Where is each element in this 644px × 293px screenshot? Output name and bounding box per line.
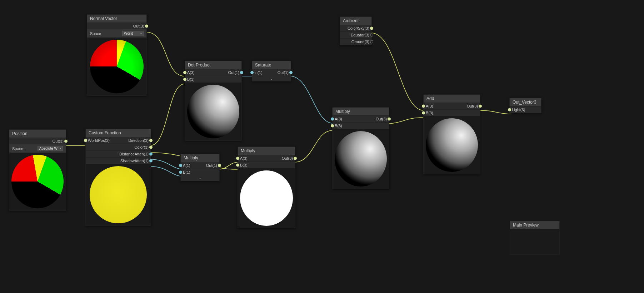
port-label: Direction(3) (128, 138, 149, 143)
port-label: B(3) (187, 77, 195, 81)
chevron-down-icon[interactable]: ⌄ (252, 76, 291, 81)
port-label: Out(3) (376, 117, 387, 121)
input-port[interactable] (331, 124, 334, 128)
output-port[interactable] (149, 146, 153, 149)
port-label: Out(1) (228, 70, 239, 75)
node-title: Multiply (181, 154, 219, 162)
node-add[interactable]: Add A(3) Out(3) B(3) (423, 94, 480, 174)
input-port[interactable] (331, 118, 334, 121)
node-multiply-1[interactable]: Multiply A(1) Out(1) B(1) ⌄ (180, 154, 220, 181)
port-label: Out(3) (467, 104, 478, 108)
port-label: B(1) (183, 170, 190, 174)
output-port[interactable] (240, 71, 243, 74)
node-title: Multiply (333, 108, 389, 116)
input-port[interactable] (84, 139, 87, 142)
node-custom-function[interactable]: Custom Function WorldPos(3) Direction(3)… (85, 129, 151, 226)
port-label: A(3) (240, 156, 248, 160)
input-port[interactable] (183, 71, 186, 74)
port-label: A(1) (183, 163, 190, 168)
port-label: B(3) (335, 124, 342, 128)
output-port[interactable] (289, 71, 293, 74)
node-title: Position (9, 130, 66, 138)
node-title: Dot Product (185, 61, 241, 69)
node-title: Normal Vector (87, 15, 146, 23)
node-ambient[interactable]: Ambient Color/Sky(3) Equator(3) Ground(3… (340, 16, 372, 45)
port-label: In(1) (254, 70, 263, 75)
node-preview (9, 153, 66, 210)
node-title: Custom Function (86, 129, 151, 137)
node-multiply-3[interactable]: Multiply A(3) Out(3) B(3) (332, 107, 389, 189)
port-label: Out(1) (206, 163, 217, 168)
port-label-out: Out(3) (133, 24, 144, 28)
output-port[interactable] (370, 34, 373, 37)
node-title: Ambient (340, 17, 371, 25)
main-preview-title: Main Preview (510, 221, 559, 229)
node-dot-product[interactable]: Dot Product A(3) Out(1) B(3) (185, 61, 242, 141)
port-label: DistanceAtten(1) (119, 152, 149, 156)
main-preview-panel[interactable]: Main Preview (510, 221, 560, 255)
space-dropdown[interactable]: Absolute W (38, 146, 63, 151)
input-port[interactable] (183, 78, 186, 81)
input-port[interactable] (508, 108, 511, 111)
node-preview (238, 168, 295, 228)
output-port[interactable] (149, 153, 153, 156)
port-label: A(3) (426, 104, 433, 108)
port-label: A(3) (335, 117, 342, 121)
output-port[interactable] (149, 139, 153, 142)
output-port[interactable] (294, 157, 297, 160)
node-out-vector3[interactable]: Out_Vector3 Light(3) (509, 98, 541, 113)
space-label: Space (12, 146, 23, 151)
node-position[interactable]: Position Out(3) Space Absolute W (9, 129, 66, 211)
node-title: Out_Vector3 (510, 98, 541, 106)
port-label: ShadowAtten(1) (120, 159, 149, 163)
space-dropdown[interactable]: World (122, 31, 144, 36)
node-preview (333, 129, 389, 189)
output-port[interactable] (218, 164, 221, 167)
chevron-down-icon[interactable]: ⌄ (181, 175, 219, 181)
output-port[interactable] (149, 159, 153, 163)
output-port[interactable] (370, 27, 373, 30)
input-port[interactable] (250, 71, 254, 74)
input-port[interactable] (179, 171, 182, 174)
node-title: Saturate (252, 61, 291, 69)
input-port[interactable] (236, 164, 239, 167)
port-label-out: Out(3) (53, 139, 64, 143)
input-port[interactable] (422, 111, 425, 115)
output-port[interactable] (479, 105, 482, 108)
node-preview (424, 116, 480, 174)
output-port[interactable] (388, 118, 391, 121)
node-title: Add (424, 95, 480, 103)
port-label: Light(3) (512, 108, 525, 112)
input-port[interactable] (236, 157, 239, 160)
output-port[interactable] (64, 140, 68, 143)
node-normal-vector[interactable]: Normal Vector Out(3) Space World (87, 14, 147, 96)
output-port[interactable] (145, 25, 148, 28)
node-saturate[interactable]: Saturate In(1) Out(1) ⌄ (252, 61, 291, 81)
node-preview (87, 38, 146, 95)
port-label: Color(3) (134, 145, 149, 149)
node-multiply-2[interactable]: Multiply A(3) Out(3) B(3) (238, 146, 295, 228)
space-label: Space (90, 31, 101, 36)
output-port[interactable] (370, 40, 373, 44)
input-port[interactable] (422, 105, 425, 108)
node-title: Multiply (238, 147, 295, 155)
port-label: Out(1) (278, 70, 289, 75)
input-port[interactable] (179, 164, 182, 167)
port-label: WorldPos(3) (88, 138, 110, 143)
port-label: Ground(3) (351, 40, 369, 44)
port-label: A(3) (187, 70, 195, 75)
port-label: Out(3) (282, 156, 293, 160)
port-label: B(3) (240, 163, 248, 167)
port-label: B(3) (426, 111, 433, 115)
port-label: Equator(3) (351, 33, 369, 37)
node-preview (185, 83, 241, 140)
port-label: Color/Sky(3) (348, 26, 369, 30)
node-preview (86, 164, 151, 225)
